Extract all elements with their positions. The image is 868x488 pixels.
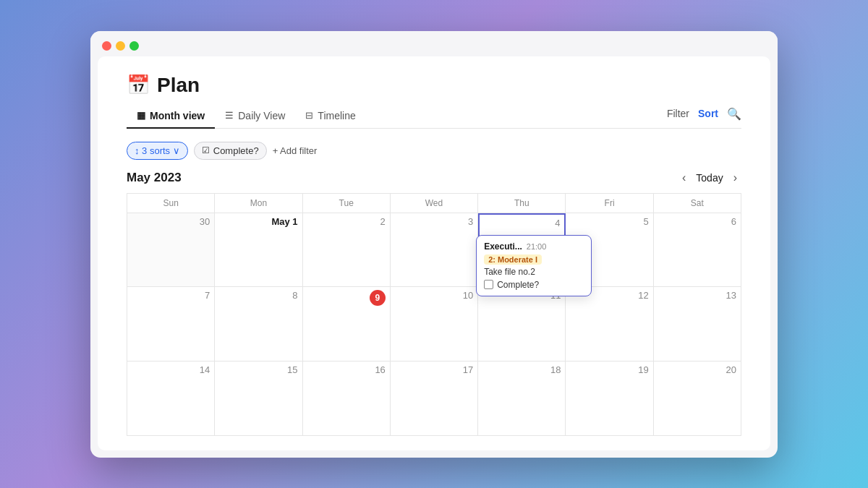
day-cell[interactable]: 8 (215, 287, 302, 361)
calendar-section: May 2023 ‹ Today › Sun Mon Tue Wed Thu F… (127, 166, 741, 436)
weeks-container: 30 May 1 2 3 4 (127, 213, 741, 436)
complete-checkbox-row[interactable]: Complete? (484, 280, 584, 290)
tabs-row: ▦ Month view ☰ Daily View ⊟ Timeline Fil… (127, 104, 741, 129)
day-cell[interactable]: 20 (654, 361, 741, 435)
day-cell[interactable]: 17 (391, 361, 478, 435)
tab-daily-label: Daily View (238, 110, 285, 121)
complete-checkbox-label: Complete? (497, 280, 539, 290)
header-sat: Sat (654, 194, 741, 213)
calendar-nav: May 2023 ‹ Today › (127, 166, 741, 193)
next-month-button[interactable]: › (729, 170, 741, 186)
day-number: 15 (219, 364, 297, 375)
prev-month-button[interactable]: ‹ (678, 170, 690, 186)
day-cell[interactable]: 2 (303, 213, 391, 287)
title-bar (90, 31, 778, 51)
day-number: 13 (658, 290, 736, 301)
day-number: 14 (132, 364, 210, 375)
tab-timeline-label: Timeline (318, 110, 355, 121)
day-number: 3 (395, 216, 473, 227)
filter-button[interactable]: Filter (667, 108, 689, 119)
day-number: 20 (658, 364, 736, 375)
day-cell[interactable]: 11 (478, 287, 566, 361)
day-number: 30 (132, 216, 210, 227)
timeline-icon: ⊟ (305, 110, 313, 121)
month-title: May 2023 (127, 171, 182, 185)
event-title: Executi... (484, 241, 522, 252)
today-indicator: 9 (370, 290, 386, 306)
day-number: May 1 (219, 216, 297, 227)
search-icon[interactable]: 🔍 (727, 107, 741, 121)
filters-row: ↕ 3 sorts ∨ ☑ Complete? + Add filter (127, 136, 741, 166)
tabs-left: ▦ Month view ☰ Daily View ⊟ Timeline (127, 104, 667, 128)
sort-button[interactable]: Sort (698, 108, 718, 119)
calendar-icon: 📅 (127, 74, 150, 96)
header-tue: Tue (303, 194, 391, 213)
close-button[interactable] (102, 41, 111, 51)
day-cell[interactable]: 10 (391, 287, 478, 361)
tab-daily-view[interactable]: ☰ Daily View (215, 104, 295, 129)
day-cell-9-today[interactable]: 9 (303, 287, 391, 361)
day-cell[interactable]: 3 (391, 213, 478, 287)
day-number: 10 (395, 290, 473, 301)
event-popup: Executi... 21:00 2: Moderate I Take file… (476, 235, 592, 296)
day-cell[interactable]: 16 (303, 361, 391, 435)
complete-filter-pill[interactable]: ☑ Complete? (194, 142, 267, 160)
complete-checkbox[interactable] (484, 280, 493, 289)
day-number: 16 (307, 364, 386, 375)
header-thu: Thu (478, 194, 566, 213)
day-cell[interactable]: 14 (127, 361, 215, 435)
tab-timeline[interactable]: ⊟ Timeline (295, 104, 365, 129)
minimize-button[interactable] (116, 41, 125, 51)
day-number: 18 (482, 364, 561, 375)
day-number: 7 (132, 290, 210, 301)
tabs-right: Filter Sort 🔍 (667, 107, 741, 125)
day-number: 17 (395, 364, 473, 375)
tab-month-view[interactable]: ▦ Month view (127, 104, 215, 129)
calendar-grid: Sun Mon Tue Wed Thu Fri Sat 30 (127, 193, 741, 436)
day-number: 19 (570, 364, 648, 375)
event-time: 21:00 (527, 242, 547, 251)
traffic-lights (102, 41, 139, 51)
day-cell[interactable]: 13 (654, 287, 741, 361)
header-sun: Sun (127, 194, 215, 213)
day-number: 8 (219, 290, 297, 301)
sorts-filter-pill[interactable]: ↕ 3 sorts ∨ (127, 142, 188, 160)
page-title: Plan (157, 74, 200, 97)
month-view-icon: ▦ (137, 110, 145, 121)
day-cell[interactable]: 15 (215, 361, 302, 435)
day-cell[interactable]: 12 (566, 287, 653, 361)
nav-controls: ‹ Today › (678, 170, 741, 186)
day-number: 6 (658, 216, 736, 227)
day-cell-thu-4[interactable]: 4 Executi... 21:00 2: Moderate I (478, 213, 566, 287)
day-cell[interactable]: 19 (566, 361, 653, 435)
day-cell[interactable]: 6 (654, 213, 741, 287)
add-filter-button[interactable]: + Add filter (273, 145, 318, 156)
daily-view-icon: ☰ (225, 110, 234, 121)
page-header: 📅 Plan (127, 64, 741, 104)
main-content: 📅 Plan ▦ Month view ☰ Daily View ⊟ Timel… (98, 56, 770, 450)
tab-month-label: Month view (150, 110, 205, 121)
day-cell[interactable]: 30 (127, 213, 215, 287)
week-row-2: 7 8 9 10 (127, 286, 741, 361)
day-number: 2 (307, 216, 386, 227)
complete-label: Complete? (213, 145, 259, 156)
day-number: 4 (484, 218, 560, 228)
header-wed: Wed (391, 194, 478, 213)
day-headers: Sun Mon Tue Wed Thu Fri Sat (127, 193, 741, 213)
day-cell[interactable]: 7 (127, 287, 215, 361)
header-mon: Mon (215, 194, 302, 213)
event-sub-text: Take file no.2 (484, 267, 584, 277)
day-number: 5 (570, 216, 648, 227)
day-cell[interactable]: 18 (478, 361, 566, 435)
header-fri: Fri (566, 194, 653, 213)
add-filter-label: + Add filter (273, 145, 318, 156)
today-button[interactable]: Today (696, 172, 723, 184)
week-row-3: 14 15 16 17 18 (127, 361, 741, 436)
app-window: 📅 Plan ▦ Month view ☰ Daily View ⊟ Timel… (90, 31, 778, 458)
maximize-button[interactable] (129, 41, 139, 51)
day-cell[interactable]: May 1 (215, 213, 302, 287)
sorts-label: ↕ 3 sorts ∨ (135, 145, 180, 156)
week-row-1: 30 May 1 2 3 4 (127, 213, 741, 287)
event-tag: 2: Moderate I (484, 254, 542, 265)
